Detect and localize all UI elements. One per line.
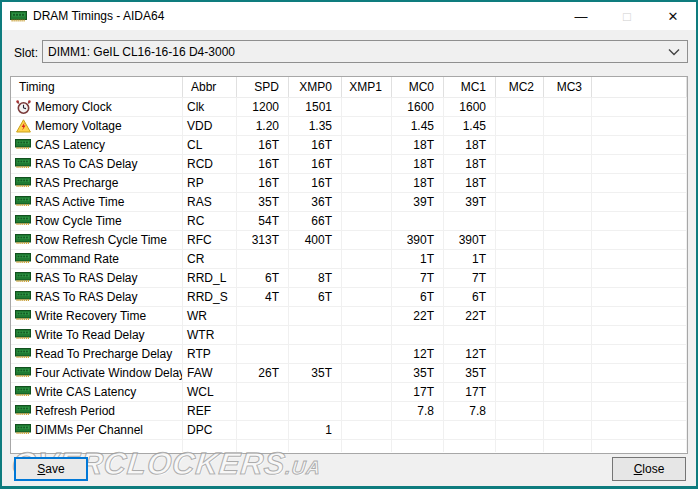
cell-xmp1: [342, 174, 392, 192]
cell-mc0: 12T: [392, 345, 444, 363]
dram-icon: [15, 194, 31, 210]
column-header-xmp1[interactable]: XMP1: [342, 77, 392, 97]
close-button[interactable]: Close: [612, 457, 686, 481]
cell-xmp0: [289, 307, 342, 325]
cell-mc0: [392, 326, 444, 344]
cell-abbr: CR: [183, 250, 237, 268]
alarm-clock-icon: [15, 99, 31, 115]
table-row[interactable]: Refresh PeriodREF7.87.8: [11, 402, 687, 421]
cell-xmp0: [289, 326, 342, 344]
cell-mc0: 17T: [392, 383, 444, 401]
maximize-button: □: [604, 2, 650, 30]
table-row[interactable]: Row Cycle TimeRC54T66T: [11, 212, 687, 231]
table-filler-row: [11, 440, 687, 452]
cell-filler: [592, 155, 687, 173]
cell-xmp0: 36T: [289, 193, 342, 211]
column-header-filler: [592, 77, 687, 97]
cell-mc3: [544, 174, 592, 192]
column-header-mc0[interactable]: MC0: [392, 77, 444, 97]
timing-label: Memory Voltage: [35, 119, 122, 133]
cell-filler: [592, 250, 687, 268]
cell-mc1: 390T: [444, 231, 496, 249]
slot-combobox[interactable]: DIMM1: GeIL CL16-16-16 D4-3000: [42, 40, 688, 63]
cell-abbr: RRD_S: [183, 288, 237, 306]
dram-icon: [15, 384, 31, 400]
dram-icon: [15, 270, 31, 286]
table-row[interactable]: Command RateCR1T1T: [11, 250, 687, 269]
table-row[interactable]: RAS Active TimeRAS35T36T39T39T: [11, 193, 687, 212]
cell-timing-name: RAS To CAS Delay: [11, 155, 183, 173]
dram-icon: [15, 327, 31, 343]
table-row[interactable]: Row Refresh Cycle TimeRFC313T400T390T390…: [11, 231, 687, 250]
column-header-mc1[interactable]: MC1: [444, 77, 496, 97]
cell-xmp1: [342, 364, 392, 382]
column-header-mc3[interactable]: MC3: [544, 77, 592, 97]
cell-mc3: [544, 421, 592, 439]
cell-mc2: [496, 136, 544, 154]
cell-xmp0: [289, 383, 342, 401]
close-window-button[interactable]: ✕: [650, 2, 696, 30]
save-button[interactable]: Save: [14, 457, 88, 481]
table-row[interactable]: Four Activate Window DelayFAW26T35T35T35…: [11, 364, 687, 383]
column-header-timing[interactable]: Timing: [11, 77, 183, 97]
cell-xmp1: [342, 155, 392, 173]
table-row[interactable]: RAS PrechargeRP16T16T18T18T: [11, 174, 687, 193]
filler-cell: [444, 440, 496, 452]
cell-mc2: [496, 364, 544, 382]
timing-label: RAS Active Time: [35, 195, 124, 209]
column-header-abbr[interactable]: Abbr: [183, 77, 237, 97]
cell-timing-name: Write To Read Delay: [11, 326, 183, 344]
cell-mc1: 7.8: [444, 402, 496, 420]
column-header-xmp0[interactable]: XMP0: [289, 77, 342, 97]
timing-label: Write CAS Latency: [35, 385, 136, 399]
column-header-spd[interactable]: SPD: [237, 77, 289, 97]
cell-xmp1: [342, 136, 392, 154]
cell-mc3: [544, 193, 592, 211]
filler-cell: [496, 440, 544, 452]
table-row[interactable]: Memory VoltageVDD1.201.351.451.45: [11, 117, 687, 136]
cell-mc3: [544, 383, 592, 401]
cell-xmp1: [342, 269, 392, 287]
cell-mc0: [392, 212, 444, 230]
table-row[interactable]: Read To Precharge DelayRTP12T12T: [11, 345, 687, 364]
timing-label: Memory Clock: [35, 100, 112, 114]
cell-timing-name: RAS To RAS Delay: [11, 288, 183, 306]
table-row[interactable]: DIMMs Per ChannelDPC1: [11, 421, 687, 440]
cell-filler: [592, 421, 687, 439]
table-row[interactable]: CAS LatencyCL16T16T18T18T: [11, 136, 687, 155]
cell-mc1: 18T: [444, 174, 496, 192]
dram-icon: [15, 346, 31, 362]
cell-mc2: [496, 402, 544, 420]
cell-abbr: RP: [183, 174, 237, 192]
cell-mc0: 22T: [392, 307, 444, 325]
minimize-button[interactable]: —: [558, 2, 604, 30]
cell-filler: [592, 269, 687, 287]
table-row[interactable]: Write CAS LatencyWCL17T17T: [11, 383, 687, 402]
cell-mc0: 7.8: [392, 402, 444, 420]
dram-timings-window: DRAM Timings - AIDA64 — □ ✕ Slot: DIMM1:…: [0, 0, 698, 489]
timing-label: Refresh Period: [35, 404, 115, 418]
cell-xmp0: [289, 402, 342, 420]
cell-mc3: [544, 136, 592, 154]
cell-filler: [592, 345, 687, 363]
cell-mc1: [444, 212, 496, 230]
table-row[interactable]: RAS To CAS DelayRCD16T16T18T18T: [11, 155, 687, 174]
table-row[interactable]: RAS To RAS DelayRRD_L6T8T7T7T: [11, 269, 687, 288]
cell-timing-name: CAS Latency: [11, 136, 183, 154]
cell-xmp1: [342, 345, 392, 363]
cell-mc3: [544, 250, 592, 268]
cell-xmp1: [342, 231, 392, 249]
table-row[interactable]: RAS To RAS DelayRRD_S4T6T6T6T: [11, 288, 687, 307]
table-row[interactable]: Memory ClockClk1200150116001600: [11, 98, 687, 117]
table-row[interactable]: Write Recovery TimeWR22T22T: [11, 307, 687, 326]
table-row[interactable]: Write To Read DelayWTR: [11, 326, 687, 345]
cell-mc1: 1.45: [444, 117, 496, 135]
cell-abbr: RTP: [183, 345, 237, 363]
cell-timing-name: Row Refresh Cycle Time: [11, 231, 183, 249]
table-body: Memory ClockClk1200150116001600 Memory V…: [11, 98, 687, 440]
cell-mc2: [496, 421, 544, 439]
column-header-mc2[interactable]: MC2: [496, 77, 544, 97]
cell-abbr: RCD: [183, 155, 237, 173]
cell-mc2: [496, 383, 544, 401]
cell-xmp1: [342, 212, 392, 230]
